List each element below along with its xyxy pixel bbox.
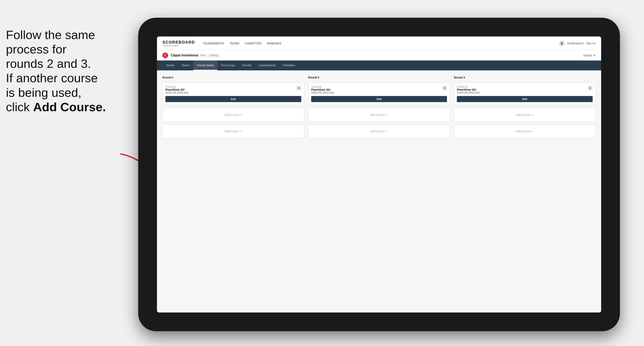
remove-course-button-r2[interactable]: ⊠ bbox=[442, 86, 447, 90]
add-course-label-2: Add Course + bbox=[224, 130, 242, 133]
plus-icon-r3-1: + bbox=[532, 113, 534, 117]
course-label: (Course A) bbox=[166, 86, 188, 88]
course-info-r3: (Course A) Peachtree GC Yellow (M) (6629… bbox=[457, 86, 480, 94]
plus-icon-r2-1: + bbox=[386, 113, 388, 117]
tab-teams[interactable]: Teams bbox=[178, 60, 193, 70]
tab-course-setup[interactable]: Course Setup bbox=[193, 60, 217, 70]
tourney-badge: (Men) bbox=[200, 54, 206, 57]
add-course-card-r3-2[interactable]: Add Course + bbox=[454, 124, 596, 138]
course-card-r1-c1: (Course A) Peachtree GC Yellow (M) (6629… bbox=[162, 83, 304, 105]
course-name: Peachtree GC bbox=[166, 88, 188, 91]
tablet-screen: SCOREBOARD Powered by clippd TOURNAMENTS… bbox=[157, 36, 601, 313]
round-3-column: Round 3 (Course A) Peachtree GC Yellow (… bbox=[454, 76, 596, 138]
add-course-card-r3-1[interactable]: Add Course + bbox=[454, 108, 596, 122]
plus-icon: + bbox=[240, 113, 242, 117]
logo-sub: Powered by clippd bbox=[162, 44, 195, 47]
edit-course-button-r1-c1[interactable]: Edit bbox=[166, 96, 301, 102]
round-2-column: Round 2 (Course A) Peachtree GC Yellow (… bbox=[308, 76, 450, 138]
add-course-label: Add Course + bbox=[224, 113, 242, 117]
top-nav: SCOREBOARD Powered by clippd TOURNAMENTS… bbox=[157, 36, 601, 50]
course-name-r3: Peachtree GC bbox=[457, 88, 480, 91]
course-card-r3-c1: (Course A) Peachtree GC Yellow (M) (6629… bbox=[454, 83, 596, 105]
close-icon: ✕ bbox=[593, 54, 596, 57]
logo-main: SCOREBOARD bbox=[162, 40, 195, 44]
edit-course-button-r3-c1[interactable]: Edit bbox=[457, 96, 593, 102]
course-card-r2-c1: (Course A) Peachtree GC Yellow (M) (6629… bbox=[308, 83, 450, 105]
tab-printables[interactable]: Printables bbox=[279, 60, 298, 70]
course-card-header-r2: (Course A) Peachtree GC Yellow (M) (6629… bbox=[311, 86, 447, 94]
add-course-label-r2-1: Add Course + bbox=[370, 113, 388, 117]
round-1-label: Round 1 bbox=[162, 76, 304, 79]
round-1-column: Round 1 (Course A) Peachtree GC Yellow (… bbox=[162, 76, 304, 138]
nav-rankings[interactable]: RANKINGS bbox=[267, 41, 281, 46]
tournament-bar: C Clippd Invitational (Men) Hosting Canc… bbox=[157, 50, 601, 60]
course-tee-r3: Yellow (M) (6629 yds) bbox=[457, 91, 480, 94]
plus-icon-r3-2: + bbox=[532, 130, 534, 133]
nav-tournaments[interactable]: TOURNAMENTS bbox=[203, 41, 224, 46]
instruction-text: Follow the same process for rounds 2 and… bbox=[0, 28, 122, 114]
add-course-card-r2-1[interactable]: Add Course + bbox=[308, 108, 450, 122]
course-name-r2: Peachtree GC bbox=[311, 88, 334, 91]
plus-icon-2: + bbox=[240, 130, 242, 133]
user-avatar: 👤 bbox=[559, 41, 565, 46]
course-label-r2: (Course A) bbox=[311, 86, 334, 88]
course-tee-r2: Yellow (M) (6629 yds) bbox=[311, 91, 334, 94]
add-course-label-r3-1: Add Course + bbox=[516, 113, 534, 117]
nav-teams[interactable]: TEAMS bbox=[230, 41, 239, 46]
add-course-card-r1-2[interactable]: Add Course + bbox=[162, 124, 304, 138]
rounds-grid: Round 1 (Course A) Peachtree GC Yellow (… bbox=[162, 76, 596, 138]
tab-bar: Details Teams Course Setup Tee Groups Re… bbox=[157, 60, 601, 70]
edit-course-button-r2-c1[interactable]: Edit bbox=[311, 96, 447, 102]
tourney-name: Clippd Invitational bbox=[171, 54, 198, 57]
add-course-card-r2-2[interactable]: Add Course + bbox=[308, 124, 450, 138]
tab-results[interactable]: Results bbox=[239, 60, 255, 70]
remove-course-button[interactable]: ⊠ bbox=[296, 86, 301, 90]
course-info-r2: (Course A) Peachtree GC Yellow (M) (6629… bbox=[311, 86, 334, 94]
add-course-label-r3-2: Add Course + bbox=[516, 130, 534, 133]
course-card-header-r3: (Course A) Peachtree GC Yellow (M) (6629… bbox=[457, 86, 593, 94]
round-3-label: Round 3 bbox=[454, 76, 596, 79]
user-email: blair@clippd.io bbox=[567, 42, 584, 45]
tab-tee-groups[interactable]: Tee Groups bbox=[217, 60, 239, 70]
course-card-header: (Course A) Peachtree GC Yellow (M) (6629… bbox=[166, 86, 301, 94]
course-info: (Course A) Peachtree GC Yellow (M) (6629… bbox=[166, 86, 188, 94]
remove-course-button-r3[interactable]: ⊠ bbox=[588, 86, 593, 90]
sign-out-link[interactable]: Sign out bbox=[586, 42, 596, 45]
cancel-button[interactable]: Cancel ✕ bbox=[584, 54, 596, 57]
tablet-frame: SCOREBOARD Powered by clippd TOURNAMENTS… bbox=[138, 18, 620, 331]
tourney-hosting: Hosting bbox=[208, 54, 220, 57]
round-2-label: Round 2 bbox=[308, 76, 450, 79]
nav-committee[interactable]: COMMITTEE bbox=[245, 41, 262, 46]
nav-right: 👤 blair@clippd.io Sign out bbox=[559, 41, 596, 46]
plus-icon-r2-2: + bbox=[386, 130, 388, 133]
tab-details[interactable]: Details bbox=[162, 60, 178, 70]
main-content: Round 1 (Course A) Peachtree GC Yellow (… bbox=[157, 70, 601, 313]
course-tee: Yellow (M) (6629 yds) bbox=[166, 91, 188, 94]
scoreboard-logo: SCOREBOARD Powered by clippd bbox=[162, 40, 195, 47]
add-course-card-r1-1[interactable]: Add Course + bbox=[162, 108, 304, 122]
course-label-r3: (Course A) bbox=[457, 86, 480, 88]
nav-links: TOURNAMENTS TEAMS COMMITTEE RANKINGS bbox=[203, 41, 559, 46]
tab-leaderboards[interactable]: Leaderboards bbox=[255, 60, 279, 70]
tourney-logo: C bbox=[162, 53, 168, 58]
add-course-label-r2-2: Add Course + bbox=[370, 130, 388, 133]
